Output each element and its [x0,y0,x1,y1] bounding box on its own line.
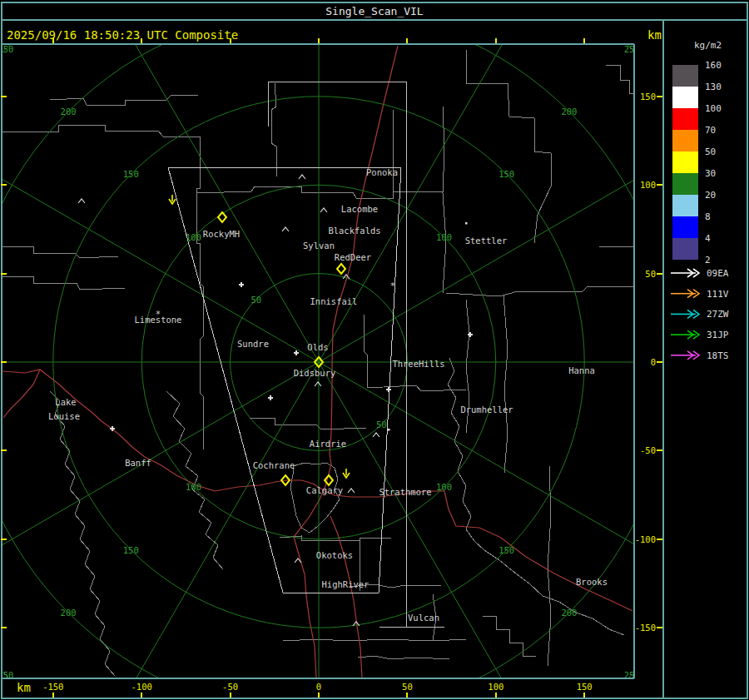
town-label: Sundre [237,339,269,349]
scan-timestamp: 2025/09/16 18:50:23 UTC Composite [7,28,238,42]
town-label: RockyMH [203,229,240,239]
x-axis-tick-label: -50 [222,682,238,692]
x-axis-tick-label: 0 [316,682,321,692]
color-scale-swatch [672,108,698,130]
radar-id-label: 09EA [707,268,729,279]
radar-id-label: 18TS [707,350,729,361]
storm-motion-arrow-icon [343,469,350,478]
boundary-line [271,83,276,176]
boundary-line [466,50,551,243]
caret-marker-icon [315,382,321,386]
radar-id-label: 31JP [707,330,729,340]
color-scale-swatch [672,195,698,216]
boundary-line [503,295,508,473]
x-axis-tick-label: 100 [488,682,503,692]
asterisk-marker-icon: * [390,280,395,290]
color-scale-value: 70 [705,125,716,136]
boundary-line [367,385,466,391]
color-scale-swatch [672,65,698,87]
boundary-line [283,639,466,641]
color-scale-unit: kg/m2 [694,40,722,51]
color-scale-value: 8 [705,211,711,222]
boundary-line [358,656,449,659]
plus-marker-icon [239,282,244,287]
radar-site-diamond-icon [337,264,345,274]
boundary-line [446,286,634,296]
range-ring-label: 200 [561,107,577,117]
town-label: Lacombe [341,204,378,214]
color-scale-value: 2 [705,255,711,266]
boundary-line [50,95,198,105]
dot-marker-icon [388,429,390,431]
range-ring-label: 100 [436,482,452,492]
radar-id-label: 111V [707,289,729,300]
boundary-line [364,315,367,388]
y-axis-tick-label: 50 [645,269,656,279]
town-label: Banff [125,458,151,468]
color-scale-value: 160 [705,60,722,71]
y-axis-tick-label: -50 [640,445,656,455]
color-scale-value: 20 [705,190,716,201]
town-label: Cochrane [253,460,295,470]
boundary-line [483,616,536,656]
color-scale-value: 130 [705,82,722,92]
town-label: HighRiver [322,579,370,589]
x-axis-tick-label: -150 [42,682,63,692]
y-axis-tick-label: 0 [651,357,656,367]
window-title: Single_Scan_VIL [325,5,424,17]
range-ring-label: 100 [436,232,452,242]
range-ring-label: 50 [376,420,387,429]
color-scale-swatch [672,173,698,195]
highway-line [3,370,40,418]
radar-id-label: 27ZW [707,309,729,320]
radar-id-legend: 09EA111V27ZW31JP18TS [671,268,729,361]
plus-marker-icon [386,387,391,392]
caret-marker-icon [320,208,327,212]
color-scale-swatch [672,238,698,260]
boundary-line [2,246,118,258]
town-label: Sylvan [303,241,335,251]
map-markers-layer: ** [78,175,473,626]
town-label: Louise [48,411,80,421]
caret-marker-icon [299,175,305,179]
town-label: Olds [307,342,328,352]
range-ring-label: 150 [123,169,139,179]
range-ring-label: 250 [624,44,640,54]
town-label: Strathmore [379,487,431,497]
plus-marker-icon [468,332,473,337]
dot-marker-icon [465,222,468,225]
range-ring-label: 200 [61,608,77,618]
storm-motion-arrow-icon [169,195,176,204]
boundary-line [290,463,340,533]
color-scale-value: 30 [705,168,716,179]
color-scale-swatch [672,130,698,151]
color-scale-swatch [672,87,698,108]
asterisk-marker-icon: * [156,309,161,319]
color-scale-value: 100 [705,103,722,114]
town-label: Lake [55,397,76,407]
radar-display: Single_Scan_VIL 2025/09/16 18:50:23 UTC … [0,0,749,700]
range-ring-label: 200 [61,107,77,117]
boundary-line [599,246,634,247]
town-label: Brooks [576,577,608,587]
town-label: Vulcan [408,613,439,623]
range-ring-label: 50 [250,295,261,305]
boundary-line [606,65,634,93]
town-label: ThreeHills [392,359,444,369]
range-ring-label: 150 [123,545,139,555]
color-scale-swatch [672,151,698,173]
town-label: Drumheller [460,405,513,415]
town-label: Okotoks [316,550,353,560]
boundary-line [50,391,115,676]
plus-marker-icon [294,350,299,355]
range-ring-label: 100 [186,232,201,242]
range-ring-label: 150 [499,545,514,555]
town-label: RedDeer [335,252,371,262]
town-label: Ponoka [366,167,398,177]
color-scale-value: 4 [705,233,711,244]
radar-map-canvas[interactable]: 5050100100100100150150150150200200200200… [0,0,749,700]
scan-sector-outline-layer [168,82,444,627]
caret-marker-icon [348,489,355,493]
scan-sector-box [268,82,406,627]
town-label: Stettler [465,236,508,246]
